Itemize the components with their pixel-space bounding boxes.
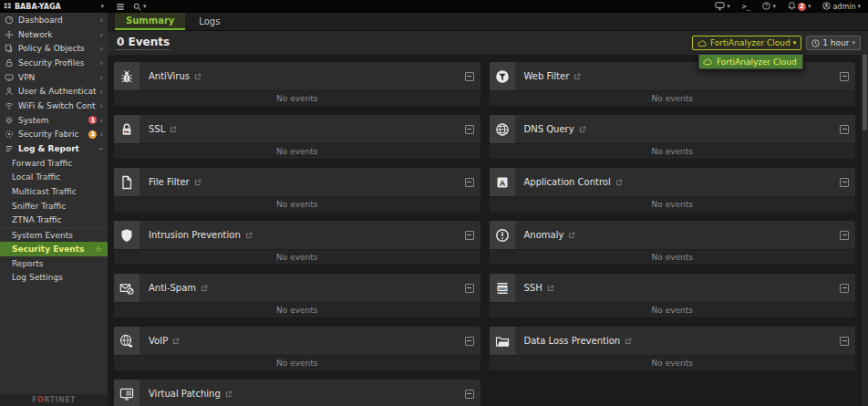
external-link-icon[interactable] [201, 285, 208, 292]
file-icon [114, 168, 140, 196]
sidebar-subitem-label: Multicast Traffic [12, 187, 77, 196]
sidebar-item-log-report[interactable]: Log & Report› [0, 141, 108, 156]
card-header[interactable]: DNS Query [490, 115, 856, 143]
sidebar-item-user-authentication[interactable]: User & Authentication› [0, 84, 108, 99]
external-link-icon[interactable] [172, 338, 180, 345]
collapse-button[interactable] [840, 178, 849, 187]
external-link-icon[interactable] [225, 390, 232, 398]
collapse-button[interactable] [465, 284, 474, 293]
sidebar-subitem-ztna-traffic[interactable]: ZTNA Traffic [0, 213, 108, 228]
help-button[interactable]: ? ▾ [762, 2, 776, 12]
chevron-right-icon: › [99, 116, 103, 125]
sidebar-item-dashboard[interactable]: Dashboard› [0, 13, 108, 27]
card-header[interactable]: AntiVirus [114, 62, 480, 90]
sidebar-item-wifi-switch-controller[interactable]: WiFi & Switch Controller› [0, 99, 108, 113]
external-link-icon[interactable] [574, 73, 581, 80]
tabbar: Summary Logs [108, 13, 868, 31]
external-link-icon[interactable] [579, 126, 586, 133]
sidebar-subitem-multicast-traffic[interactable]: Multicast Traffic [0, 184, 108, 199]
sidebar-item-policy-objects[interactable]: Policy & Objects› [0, 41, 108, 56]
sidebar-item-system[interactable]: System1› [0, 113, 108, 128]
sidebar-subitem-forward-traffic[interactable]: Forward Traffic [0, 156, 108, 171]
card-title: DNS Query [524, 124, 586, 134]
collapse-button[interactable] [840, 72, 849, 81]
collapse-button[interactable] [840, 337, 849, 346]
help-icon: ? [762, 2, 770, 12]
card-header[interactable]: Virtual Patching [114, 380, 480, 406]
card-header[interactable]: VoIP [114, 327, 480, 355]
external-link-icon[interactable] [170, 126, 177, 133]
card-header[interactable]: Data Loss Prevention [490, 327, 856, 355]
bell-icon [788, 1, 796, 12]
external-link-icon[interactable] [615, 179, 623, 186]
sidebar-item-network[interactable]: Network› [0, 27, 108, 42]
sidebar-subitem-sniffer-traffic[interactable]: Sniffer Traffic [0, 199, 108, 213]
tab-summary[interactable]: Summary [115, 13, 185, 30]
cli-console-button[interactable]: >_ [742, 3, 751, 11]
log-source-menu-item[interactable]: FortiAnalyzer Cloud [699, 55, 802, 68]
collapse-button[interactable] [465, 178, 474, 187]
sidebar-item-right: › [99, 144, 103, 153]
card-header[interactable]: AApplication Control [490, 168, 856, 196]
external-link-icon[interactable] [625, 338, 632, 345]
card-header[interactable]: Anti-Spam [114, 274, 480, 302]
collapse-button[interactable] [465, 231, 474, 240]
card-header[interactable]: SSLSSL [114, 115, 480, 143]
card-header[interactable]: Intrusion Prevention [114, 221, 480, 249]
chevron-down-icon: ▾ [143, 4, 147, 10]
sidebar-subitem-reports[interactable]: Reports [0, 256, 108, 271]
external-link-icon[interactable] [547, 285, 554, 292]
external-link-icon[interactable] [245, 232, 253, 239]
svg-text:?: ? [765, 3, 768, 8]
sidebar-subitem-label: System Events [12, 231, 73, 240]
device-widget-button[interactable]: ▾ [715, 2, 730, 12]
sidebar-item-vpn[interactable]: VPN› [0, 70, 108, 85]
user-menu-button[interactable]: admin ▾ [822, 2, 861, 12]
external-link-icon[interactable] [194, 179, 202, 186]
sidebar-subitem-label: Security Events [12, 245, 84, 254]
clock-icon [811, 39, 820, 47]
profile-shield-icon [5, 58, 15, 68]
sidebar-subitem-local-traffic[interactable]: Local Traffic [0, 171, 108, 185]
sidebar-subitem-label: Forward Traffic [12, 159, 72, 168]
external-link-icon[interactable] [194, 73, 202, 80]
tab-logs[interactable]: Logs [188, 13, 231, 30]
card-title: Web Filter [524, 71, 582, 81]
collapse-button[interactable] [465, 337, 474, 346]
card-header[interactable]: File Filter [114, 168, 480, 196]
event-card-anomaly: AnomalyNo events [490, 221, 856, 265]
filter-icon [490, 62, 515, 90]
card-header[interactable]: Anomaly [490, 221, 856, 249]
alert-circle-icon [490, 221, 515, 249]
collapse-button[interactable] [840, 284, 849, 293]
events-header: 0 Events FortiAnalyzer Cloud ▾ FortiAnal… [108, 31, 868, 55]
sidebar-subitem-security-events[interactable]: Security Events☆ [0, 242, 108, 256]
log-source-dropdown[interactable]: FortiAnalyzer Cloud ▾ FortiAnalyzer Clou… [692, 36, 801, 50]
event-card-voip: VoIPNo events [114, 327, 480, 370]
card-status: No events [490, 143, 856, 159]
collapse-button[interactable] [465, 125, 474, 134]
collapse-button[interactable] [465, 72, 474, 81]
scrollbar-thumb[interactable] [863, 44, 867, 130]
sidebar-subitem-log-settings[interactable]: Log Settings [0, 270, 108, 285]
device-selector[interactable]: BABA-YAGA ▾ [0, 0, 108, 13]
chevron-right-icon: › [99, 44, 103, 53]
event-card-dns-query: DNS QueryNo events [490, 115, 856, 159]
favorite-star-icon[interactable]: ☆ [95, 245, 102, 254]
monitor-icon [715, 2, 725, 12]
hamburger-icon[interactable] [116, 3, 125, 11]
sidebar-subitem-system-events[interactable]: System Events [0, 227, 108, 242]
collapse-button[interactable] [465, 390, 474, 399]
scrollbar[interactable] [862, 31, 868, 406]
sidebar-item-security-profiles[interactable]: Security Profiles› [0, 56, 108, 70]
search-button[interactable]: ▾ [133, 3, 147, 11]
collapse-button[interactable] [840, 125, 849, 134]
time-range-dropdown[interactable]: 1 hour ▾ [806, 36, 861, 50]
collapse-button[interactable] [840, 231, 849, 240]
patch-icon [114, 380, 140, 406]
notifications-button[interactable]: 2 ▾ [788, 1, 811, 12]
sidebar-item-security-fabric[interactable]: Security Fabric1› [0, 128, 108, 142]
chevron-down-icon: ▾ [793, 40, 797, 47]
card-header[interactable]: SSHSSH [490, 274, 856, 302]
external-link-icon[interactable] [568, 232, 575, 239]
